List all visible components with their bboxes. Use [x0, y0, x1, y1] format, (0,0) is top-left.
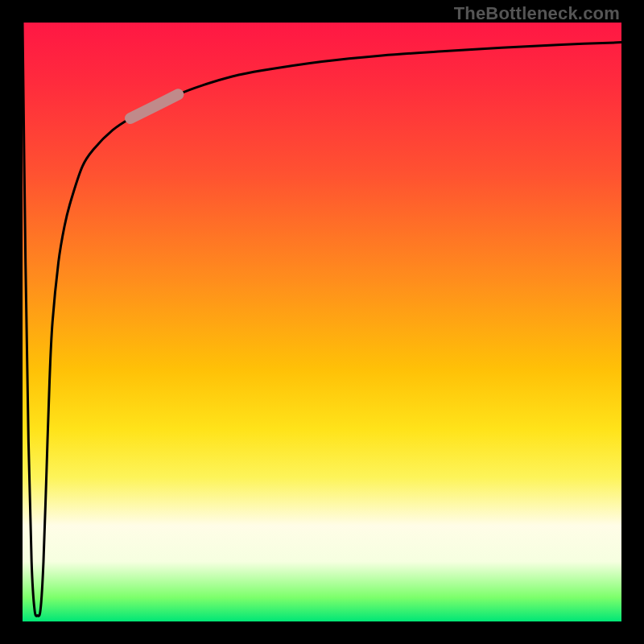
- curve-layer: [23, 23, 621, 621]
- plot-area: [23, 23, 621, 621]
- watermark-text: TheBottleneck.com: [454, 3, 620, 24]
- chart-frame: TheBottleneck.com: [0, 0, 644, 644]
- highlight-segment: [130, 94, 179, 118]
- bottleneck-curve: [23, 23, 621, 616]
